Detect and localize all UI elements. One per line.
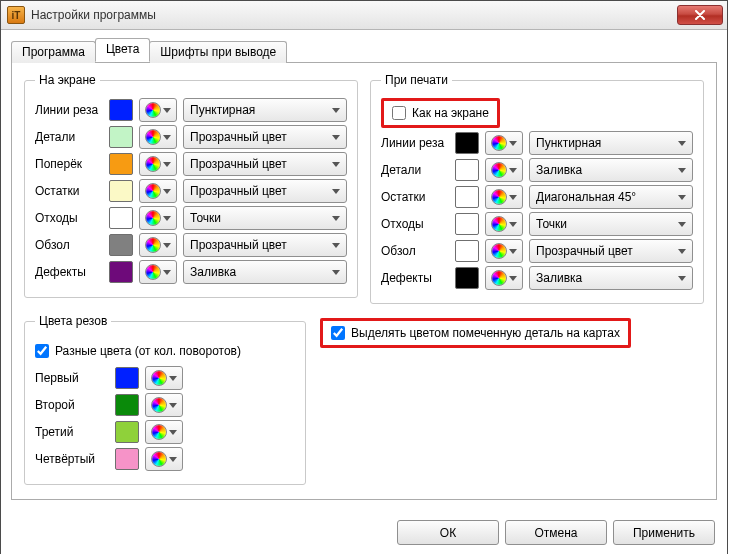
row-label: Четвёртый xyxy=(35,452,109,466)
color-picker-button[interactable] xyxy=(485,158,523,182)
color-wheel-icon xyxy=(491,216,507,232)
checkbox-highlight-detail[interactable]: Выделять цветом помеченную деталь на кар… xyxy=(331,326,620,340)
row-label: Первый xyxy=(35,371,109,385)
color-row: Четвёртый xyxy=(35,447,295,471)
chevron-down-icon xyxy=(163,135,171,140)
color-swatch xyxy=(455,186,479,208)
color-swatch xyxy=(109,207,133,229)
chevron-down-icon xyxy=(509,195,517,200)
color-picker-button[interactable] xyxy=(145,393,183,417)
style-dropdown[interactable]: Прозрачный цвет xyxy=(529,239,693,263)
checkbox-highlight-detail-input[interactable] xyxy=(331,326,345,340)
chevron-down-icon xyxy=(169,376,177,381)
color-picker-button[interactable] xyxy=(485,131,523,155)
chevron-down-icon xyxy=(163,162,171,167)
color-picker-button[interactable] xyxy=(485,239,523,263)
row-label: Отходы xyxy=(35,211,103,225)
group-print-title: При печати xyxy=(381,73,452,87)
checkbox-same-as-screen-input[interactable] xyxy=(392,106,406,120)
style-dropdown[interactable]: Прозрачный цвет xyxy=(183,233,347,257)
color-picker-button[interactable] xyxy=(139,152,177,176)
color-row: Первый xyxy=(35,366,295,390)
style-dropdown[interactable]: Прозрачный цвет xyxy=(183,179,347,203)
color-swatch xyxy=(455,159,479,181)
button-label: Применить xyxy=(633,526,695,540)
window-title: Настройки программы xyxy=(31,8,677,22)
tab-program[interactable]: Программа xyxy=(11,41,96,63)
row-label: Остатки xyxy=(35,184,103,198)
group-cut-colors: Цвета резов Разные цвета (от кол. поворо… xyxy=(24,314,306,485)
color-picker-button[interactable] xyxy=(139,125,177,149)
color-swatch xyxy=(455,213,479,235)
style-dropdown[interactable]: Диагональная 45° xyxy=(529,185,693,209)
color-swatch xyxy=(109,261,133,283)
color-picker-button[interactable] xyxy=(485,212,523,236)
style-dropdown[interactable]: Прозрачный цвет xyxy=(183,152,347,176)
style-dropdown[interactable]: Заливка xyxy=(529,158,693,182)
color-picker-button[interactable] xyxy=(485,266,523,290)
highlight-box-mark-detail: Выделять цветом помеченную деталь на кар… xyxy=(320,318,631,348)
dropdown-value: Пунктирная xyxy=(190,103,255,117)
color-picker-button[interactable] xyxy=(139,233,177,257)
color-swatch xyxy=(109,234,133,256)
row-label: Линии реза xyxy=(35,103,103,117)
dropdown-value: Прозрачный цвет xyxy=(536,244,633,258)
style-dropdown[interactable]: Прозрачный цвет xyxy=(183,125,347,149)
color-row: ДефектыЗаливка xyxy=(381,266,693,290)
style-dropdown[interactable]: Пунктирная xyxy=(529,131,693,155)
app-icon: iT xyxy=(7,6,25,24)
row-label: Поперёк xyxy=(35,157,103,171)
dropdown-value: Заливка xyxy=(190,265,236,279)
row-label: Обзол xyxy=(35,238,103,252)
close-button[interactable] xyxy=(677,5,723,25)
color-picker-button[interactable] xyxy=(145,366,183,390)
color-picker-button[interactable] xyxy=(145,420,183,444)
color-picker-button[interactable] xyxy=(139,206,177,230)
color-swatch xyxy=(455,267,479,289)
color-swatch xyxy=(109,153,133,175)
group-print: При печати Как на экране Линии резаПункт… xyxy=(370,73,704,304)
color-picker-button[interactable] xyxy=(139,260,177,284)
color-picker-button[interactable] xyxy=(145,447,183,471)
row-label: Детали xyxy=(35,130,103,144)
row-label: Детали xyxy=(381,163,449,177)
color-swatch xyxy=(109,126,133,148)
ok-button[interactable]: ОК xyxy=(397,520,499,545)
color-swatch xyxy=(115,421,139,443)
row-label: Третий xyxy=(35,425,109,439)
apply-button[interactable]: Применить xyxy=(613,520,715,545)
checkbox-diff-colors[interactable]: Разные цвета (от кол. поворотов) xyxy=(35,344,241,358)
color-row: Линии резаПунктирная xyxy=(381,131,693,155)
color-picker-button[interactable] xyxy=(139,98,177,122)
cancel-button[interactable]: Отмена xyxy=(505,520,607,545)
style-dropdown[interactable]: Точки xyxy=(529,212,693,236)
tab-colors[interactable]: Цвета xyxy=(95,38,150,62)
color-row: ОтходыТочки xyxy=(381,212,693,236)
color-picker-button[interactable] xyxy=(139,179,177,203)
chevron-down-icon xyxy=(169,403,177,408)
color-swatch xyxy=(455,132,479,154)
dropdown-value: Прозрачный цвет xyxy=(190,130,287,144)
row-label: Линии реза xyxy=(381,136,449,150)
checkbox-same-as-screen[interactable]: Как на экране xyxy=(392,106,489,120)
style-dropdown[interactable]: Заливка xyxy=(529,266,693,290)
color-wheel-icon xyxy=(491,189,507,205)
tabstrip: Программа Цвета Шрифты при выводе xyxy=(11,38,717,62)
close-icon xyxy=(694,10,706,20)
highlight-box-print-same: Как на экране xyxy=(381,98,500,128)
color-picker-button[interactable] xyxy=(485,185,523,209)
checkbox-diff-colors-input[interactable] xyxy=(35,344,49,358)
style-dropdown[interactable]: Заливка xyxy=(183,260,347,284)
tab-label: Цвета xyxy=(106,42,139,56)
color-wheel-icon xyxy=(145,237,161,253)
style-dropdown[interactable]: Точки xyxy=(183,206,347,230)
color-row: ДеталиЗаливка xyxy=(381,158,693,182)
tab-fonts[interactable]: Шрифты при выводе xyxy=(149,41,287,63)
color-wheel-icon xyxy=(145,156,161,172)
row-label: Дефекты xyxy=(35,265,103,279)
checkbox-label: Как на экране xyxy=(412,106,489,120)
style-dropdown[interactable]: Пунктирная xyxy=(183,98,347,122)
dropdown-value: Точки xyxy=(190,211,221,225)
chevron-down-icon xyxy=(509,276,517,281)
chevron-down-icon xyxy=(509,168,517,173)
